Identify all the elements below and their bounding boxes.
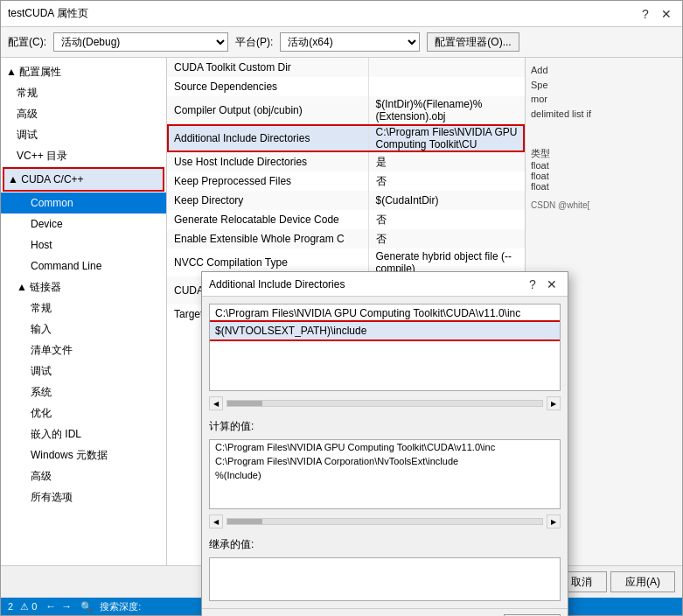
calc-scrollbar-track[interactable] <box>227 518 543 525</box>
modal-title-controls: ? ✕ <box>524 276 561 293</box>
scrollbar-track[interactable] <box>227 400 543 407</box>
modal-help-button[interactable]: ? <box>524 276 541 293</box>
calc-item-3: %(Include) <box>210 468 560 482</box>
modal-close-button[interactable]: ✕ <box>543 276 561 293</box>
modal-dialog: Additional Include Directories ? ✕ C:\Pr… <box>201 271 568 616</box>
scroll-right-arrow[interactable]: ▶ <box>547 396 561 410</box>
calc-scrollbar: ◀ ▶ <box>209 514 561 528</box>
modal-body: C:\Program Files\NVIDIA GPU Computing To… <box>202 297 568 608</box>
horizontal-scrollbar: ◀ ▶ <box>209 396 561 410</box>
inherit-list <box>209 557 561 601</box>
modal-title-bar: Additional Include Directories ? ✕ <box>202 272 568 297</box>
scrollbar-thumb <box>227 401 262 406</box>
list-item-cuda-toolkit[interactable]: C:\Program Files\NVIDIA GPU Computing To… <box>210 304 560 322</box>
modal-title: Additional Include Directories <box>209 278 345 290</box>
modal-overlay: Additional Include Directories ? ✕ C:\Pr… <box>0 0 683 616</box>
scroll-left-arrow[interactable]: ◀ <box>209 396 223 410</box>
calc-scrollbar-thumb <box>227 519 262 524</box>
calc-item-2: C:\Program Files\NVIDIA Corporation\NvTo… <box>210 454 560 468</box>
calc-item-1: C:\Program Files\NVIDIA GPU Computing To… <box>210 440 560 454</box>
calc-list: C:\Program Files\NVIDIA GPU Computing To… <box>209 439 561 509</box>
include-dirs-list[interactable]: C:\Program Files\NVIDIA GPU Computing To… <box>209 304 561 391</box>
list-item-nvtoolsext[interactable]: $(NVTOOLSEXT_PATH)\include <box>210 322 560 340</box>
inherit-label: 继承的值: <box>209 537 561 552</box>
calc-label: 计算的值: <box>209 419 561 434</box>
calc-scroll-left[interactable]: ◀ <box>209 514 223 528</box>
modal-footer: 从父级或项目默认设置继承(I) 宏(M) >> <box>202 608 568 616</box>
calc-scroll-right[interactable]: ▶ <box>547 514 561 528</box>
